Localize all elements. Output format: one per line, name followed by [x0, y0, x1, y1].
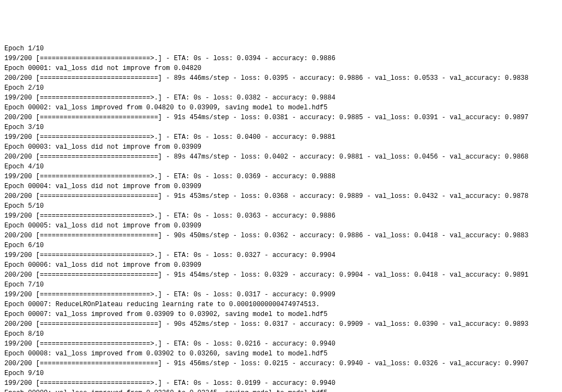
- log-line: Epoch 00005: val_loss did not improve fr…: [4, 221, 558, 231]
- log-line: 199/200 [============================>.]…: [4, 290, 558, 300]
- log-line: 199/200 [============================>.]…: [4, 211, 558, 221]
- log-line: 200/200 [==============================]…: [4, 73, 558, 83]
- log-line: 199/200 [============================>.]…: [4, 378, 558, 388]
- log-line: Epoch 9/10: [4, 368, 558, 378]
- log-line: 200/200 [==============================]…: [4, 231, 558, 241]
- log-line: Epoch 00007: val_loss improved from 0.03…: [4, 309, 558, 319]
- log-line: Epoch 6/10: [4, 241, 558, 250]
- log-line: Epoch 2/10: [4, 83, 558, 93]
- log-line: 200/200 [==============================]…: [4, 319, 558, 329]
- log-line: 200/200 [==============================]…: [4, 191, 558, 201]
- log-line: Epoch 00001: val_loss did not improve fr…: [4, 63, 558, 73]
- log-line: 199/200 [============================>.]…: [4, 339, 558, 349]
- log-line: 199/200 [============================>.]…: [4, 132, 558, 142]
- log-line: Epoch 00007: ReduceLROnPlateau reducing …: [4, 300, 558, 309]
- log-line: 200/200 [==============================]…: [4, 359, 558, 368]
- log-line: Epoch 00006: val_loss did not improve fr…: [4, 260, 558, 270]
- log-line: Epoch 7/10: [4, 280, 558, 290]
- log-line: Epoch 00003: val_loss did not improve fr…: [4, 142, 558, 152]
- log-line: Epoch 8/10: [4, 329, 558, 339]
- log-line: Epoch 5/10: [4, 201, 558, 211]
- log-line: Epoch 00008: val_loss improved from 0.03…: [4, 349, 558, 359]
- log-line: 199/200 [============================>.]…: [4, 93, 558, 103]
- log-line: Epoch 00004: val_loss did not improve fr…: [4, 182, 558, 191]
- log-line: Epoch 4/10: [4, 162, 558, 172]
- training-log-output: Epoch 1/10199/200 [=====================…: [4, 44, 558, 392]
- log-line: Epoch 00002: val_loss improved from 0.04…: [4, 103, 558, 113]
- log-line: 199/200 [============================>.]…: [4, 250, 558, 260]
- log-line: 200/200 [==============================]…: [4, 113, 558, 122]
- log-line: 199/200 [============================>.]…: [4, 54, 558, 63]
- log-line: Epoch 3/10: [4, 122, 558, 132]
- log-line: 200/200 [==============================]…: [4, 270, 558, 280]
- log-line: Epoch 00009: val_loss improved from 0.03…: [4, 388, 558, 392]
- log-line: Epoch 1/10: [4, 44, 558, 54]
- log-line: 200/200 [==============================]…: [4, 152, 558, 162]
- log-line: 199/200 [============================>.]…: [4, 172, 558, 182]
